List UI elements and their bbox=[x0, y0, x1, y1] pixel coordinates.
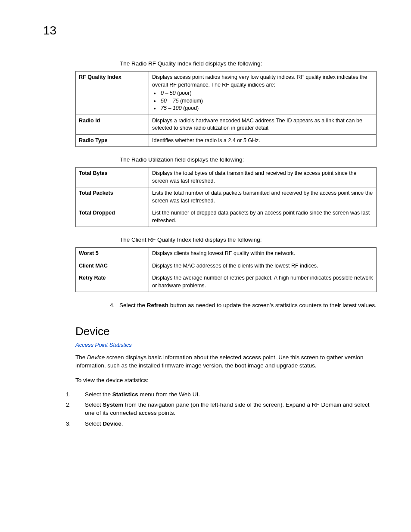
step-2: 2.Select System from the navigation pane… bbox=[75, 401, 377, 417]
desc-cell: Identifies whether the radio is a 2.4 or… bbox=[149, 134, 377, 147]
desc-cell: Displays the MAC addresses of the client… bbox=[149, 260, 377, 272]
table-row: Worst 5 Displays clients having lowest R… bbox=[76, 248, 377, 260]
device-para-1: The Device screen displays basic informa… bbox=[75, 353, 377, 370]
page: 13 The Radio RF Quality Index field disp… bbox=[0, 0, 411, 532]
step-3: 3.Select Device. bbox=[75, 420, 377, 428]
radio-rf-table: RF Quality Index Displays access point r… bbox=[75, 71, 377, 147]
table-row: Total Bytes Displays the total bytes of … bbox=[76, 168, 377, 187]
table-row: Client MAC Displays the MAC addresses of… bbox=[76, 260, 377, 272]
client-rf-table: Worst 5 Displays clients having lowest R… bbox=[75, 247, 377, 292]
step-num: 4. bbox=[110, 302, 119, 310]
radio-util-intro: The Radio Utilization field displays the… bbox=[120, 156, 377, 163]
quality-list: 0 – 50 (poor) 50 – 75 (medium) 75 – 100 … bbox=[152, 90, 373, 112]
term-cell: Retry Rate bbox=[76, 272, 149, 292]
term-cell: Client MAC bbox=[76, 260, 149, 272]
device-steps: 1.Select the Statistics menu from the We… bbox=[75, 391, 377, 429]
list-item: 50 – 75 (medium) bbox=[160, 97, 373, 105]
step-text: Select the Refresh button as needed to u… bbox=[119, 302, 377, 308]
page-number: 13 bbox=[43, 24, 56, 37]
desc-cell: Displays a radio's hardware encoded MAC … bbox=[149, 115, 377, 134]
radio-rf-intro: The Radio RF Quality Index field display… bbox=[120, 60, 377, 67]
client-rf-intro: The Client RF Quality Index field displa… bbox=[120, 236, 377, 243]
table-row: Radio Id Displays a radio's hardware enc… bbox=[76, 115, 377, 134]
table-row: RF Quality Index Displays access point r… bbox=[76, 72, 377, 115]
list-item: 0 – 50 (poor) bbox=[160, 90, 373, 97]
desc-cell: Displays the average number of retries p… bbox=[149, 272, 377, 292]
desc-cell: Displays clients having lowest RF qualit… bbox=[149, 248, 377, 260]
term-cell: Total Bytes bbox=[76, 168, 149, 187]
table-row: Retry Rate Displays the average number o… bbox=[76, 272, 377, 292]
radio-util-table: Total Bytes Displays the total bytes of … bbox=[75, 167, 377, 227]
term-cell: Total Packets bbox=[76, 187, 149, 207]
desc-cell: Lists the total number of data packets t… bbox=[149, 187, 377, 207]
term-cell: Total Dropped bbox=[76, 207, 149, 227]
desc-cell: Displays access point radios having very… bbox=[149, 72, 377, 115]
desc-cell: Displays the total bytes of data transmi… bbox=[149, 168, 377, 187]
term-cell: RF Quality Index bbox=[76, 72, 149, 115]
term-cell: Radio Id bbox=[76, 115, 149, 134]
desc-cell: List the number of dropped data packets … bbox=[149, 207, 377, 227]
access-point-stats-link[interactable]: Access Point Statistics bbox=[75, 342, 377, 348]
table-row: Radio Type Identifies whether the radio … bbox=[76, 134, 377, 147]
term-cell: Radio Type bbox=[76, 134, 149, 147]
list-item: 75 – 100 (good) bbox=[160, 105, 373, 112]
device-heading: Device bbox=[75, 325, 377, 338]
desc-text: Displays access point radios having very… bbox=[152, 74, 367, 88]
table-row: Total Packets Lists the total number of … bbox=[76, 187, 377, 207]
term-cell: Worst 5 bbox=[76, 248, 149, 260]
page-content: The Radio RF Quality Index field display… bbox=[75, 60, 377, 428]
device-para-2: To view the device statistics: bbox=[75, 376, 377, 385]
table-row: Total Dropped List the number of dropped… bbox=[76, 207, 377, 227]
step-4: 4.Select the Refresh button as needed to… bbox=[110, 302, 377, 310]
step-1: 1.Select the Statistics menu from the We… bbox=[75, 391, 377, 399]
